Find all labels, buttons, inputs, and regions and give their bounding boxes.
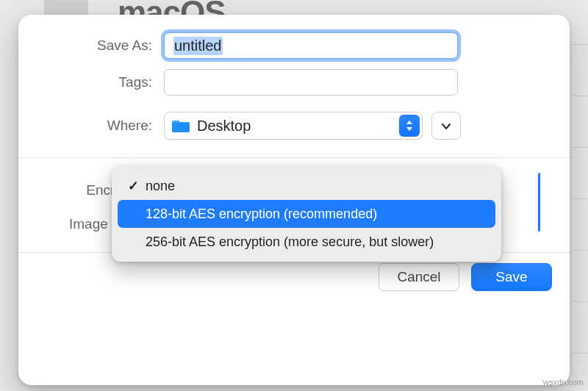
where-popup[interactable]: Desktop (164, 112, 423, 140)
save-as-input[interactable]: untitled (164, 32, 458, 59)
save-button[interactable]: Save (471, 263, 552, 291)
save-as-value: untitled (173, 37, 223, 55)
cancel-button[interactable]: Cancel (379, 263, 459, 291)
svg-rect-0 (172, 123, 190, 132)
watermark: wsxdn.com (543, 378, 584, 387)
menu-item-label: 256-bit AES encryption (more secure, but… (146, 234, 434, 250)
tags-input[interactable] (164, 69, 458, 96)
encryption-menu-item-256[interactable]: 256-bit AES encryption (more secure, but… (118, 228, 495, 256)
where-value: Desktop (197, 118, 251, 134)
expand-disclosure-button[interactable] (431, 112, 461, 140)
where-label: Where: (46, 118, 164, 134)
chevron-down-icon (441, 118, 451, 134)
folder-icon (172, 118, 190, 133)
hidden-popup-edge (538, 173, 540, 232)
encryption-menu-item-none[interactable]: ✓ none (118, 172, 495, 200)
encryption-menu-item-128[interactable]: 128-bit AES encryption (recommended) (118, 200, 495, 228)
tags-label: Tags: (46, 74, 164, 90)
save-as-label: Save As: (46, 37, 164, 54)
check-icon: ✓ (125, 178, 141, 194)
updown-arrows-icon (399, 115, 420, 137)
menu-item-label: 128-bit AES encryption (recommended) (146, 207, 377, 222)
encryption-menu: ✓ none 128-bit AES encryption (recommend… (112, 166, 501, 262)
menu-item-label: none (146, 179, 175, 194)
